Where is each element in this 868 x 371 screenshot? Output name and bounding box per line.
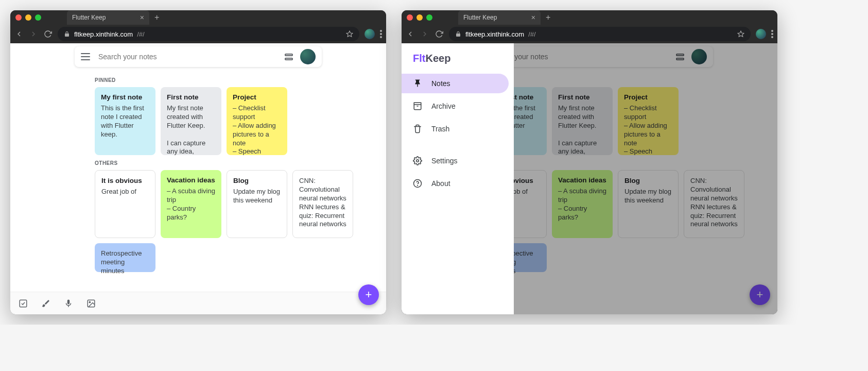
svg-point-2 <box>380 33 382 35</box>
search-bar <box>75 46 322 67</box>
drawer-item-notes[interactable]: Notes <box>402 74 509 93</box>
note-card[interactable]: First noteMy first note created with Flu… <box>161 87 221 155</box>
drawer-item-settings[interactable]: Settings <box>402 151 509 171</box>
note-card[interactable]: It is obviousGreat job of <box>95 170 155 238</box>
bookmark-icon[interactable] <box>346 30 353 38</box>
back-button[interactable] <box>406 29 415 39</box>
drawer-items: NotesArchiveTrash <box>402 74 514 142</box>
url-domain: fltkeep.xinthink.com <box>465 30 524 38</box>
note-title: Blog <box>233 177 281 184</box>
archive-icon <box>413 102 422 111</box>
address-bar: fltkeep.xinthink.com/#/ <box>402 25 777 43</box>
drawer-item-archive[interactable]: Archive <box>402 96 509 116</box>
browser-tab[interactable]: Flutter Keep × <box>67 10 149 25</box>
close-window-button[interactable] <box>15 14 22 21</box>
note-title: First note <box>167 93 215 101</box>
tab-title: Flutter Keep <box>463 14 497 21</box>
others-grid: It is obviousGreat job ofVacation ideas–… <box>95 170 386 272</box>
browser-menu-icon[interactable] <box>380 30 382 38</box>
maximize-window-button[interactable] <box>426 14 432 21</box>
svg-rect-4 <box>20 300 27 307</box>
drawer-item-label: About <box>431 179 450 188</box>
browser-tab[interactable]: Flutter Keep × <box>458 10 541 25</box>
note-card[interactable]: My first noteThis is the first note I cr… <box>95 87 155 155</box>
notes-area: PINNED My first noteThis is the first no… <box>10 67 386 272</box>
window-controls <box>407 14 432 21</box>
note-body: CNN: Convolutional neural networks RNN l… <box>299 177 346 238</box>
settings-icon <box>413 156 422 165</box>
logo-keep: Keep <box>425 53 450 64</box>
svg-point-6 <box>89 301 90 302</box>
svg-marker-0 <box>346 31 353 37</box>
note-card[interactable]: CNN: Convolutional neural networks RNN l… <box>292 170 353 238</box>
note-body: Great job of <box>101 188 149 196</box>
profile-avatar[interactable] <box>300 49 316 64</box>
url-path: /#/ <box>137 30 144 38</box>
note-card[interactable]: BlogUpdate my blog this weekend <box>227 170 287 238</box>
minimize-window-button[interactable] <box>416 14 423 21</box>
browser-menu-icon[interactable] <box>771 30 773 38</box>
note-body: My first note created with Flutter Keep.… <box>167 104 215 155</box>
close-tab-icon[interactable]: × <box>531 13 535 22</box>
svg-point-11 <box>416 160 419 162</box>
profile-avatar-small[interactable] <box>364 29 375 39</box>
window-right: Flutter Keep × + fltkeep.xinthink.com/#/ <box>402 10 777 314</box>
app-content: PINNED My first noteThis is the first no… <box>10 43 386 314</box>
note-title: It is obvious <box>101 177 149 184</box>
note-body: Retrospective meeting minutes <box>101 249 149 276</box>
app-content: PINNED My first noteThis is the first no… <box>402 43 777 314</box>
mic-icon[interactable] <box>64 299 73 308</box>
checkbox-icon[interactable] <box>19 299 28 308</box>
new-tab-button[interactable]: + <box>546 13 550 22</box>
svg-point-10 <box>771 36 773 38</box>
drawer-item-label: Trash <box>431 125 449 133</box>
forward-button[interactable] <box>420 29 429 39</box>
note-card[interactable]: Retrospective meeting minutes <box>95 243 155 272</box>
search-input[interactable] <box>97 52 277 61</box>
app-logo: FltKeep <box>402 53 514 74</box>
address-bar: fltkeep.xinthink.com/#/ <box>10 25 386 43</box>
tab-title: Flutter Keep <box>72 14 106 21</box>
close-window-button[interactable] <box>407 14 413 21</box>
brush-icon[interactable] <box>41 299 50 308</box>
url-field[interactable]: fltkeep.xinthink.com/#/ <box>58 27 359 41</box>
image-icon[interactable] <box>86 299 96 308</box>
drawer-item-about[interactable]: About <box>402 174 509 193</box>
drawer-item-label: Notes <box>431 79 450 88</box>
nav-drawer: FltKeep NotesArchiveTrash SettingsAbout <box>402 43 514 314</box>
drawer-item-trash[interactable]: Trash <box>402 119 509 139</box>
about-icon <box>413 179 422 188</box>
titlebar: Flutter Keep × + <box>402 10 777 25</box>
lock-icon <box>64 31 70 37</box>
note-body: – Checklist support – Allow adding pictu… <box>233 104 281 155</box>
reload-button[interactable] <box>43 29 53 39</box>
profile-avatar-small[interactable] <box>756 29 766 39</box>
note-card[interactable]: Vacation ideas– A scuba diving trip – Co… <box>161 170 221 238</box>
maximize-window-button[interactable] <box>35 14 41 21</box>
close-tab-icon[interactable]: × <box>140 13 144 22</box>
trash-icon <box>413 124 422 133</box>
view-toggle-icon[interactable] <box>285 54 293 60</box>
window-left: Flutter Keep × + fltkeep.xinthink.com/#/ <box>10 10 386 314</box>
menu-icon[interactable] <box>81 53 90 60</box>
forward-button[interactable] <box>29 29 38 39</box>
minimize-window-button[interactable] <box>25 14 31 21</box>
svg-point-8 <box>771 30 773 32</box>
note-title: Project <box>233 93 281 101</box>
url-domain: fltkeep.xinthink.com <box>74 30 133 38</box>
pinned-grid: My first noteThis is the first note I cr… <box>95 87 386 155</box>
svg-point-1 <box>380 30 382 32</box>
section-pinned-label: PINNED <box>95 77 386 83</box>
reload-button[interactable] <box>435 29 444 39</box>
note-card[interactable]: Project– Checklist support – Allow addin… <box>227 87 287 155</box>
bookmark-icon[interactable] <box>737 30 744 38</box>
url-field[interactable]: fltkeep.xinthink.com/#/ <box>449 27 751 41</box>
section-others-label: OTHERS <box>95 160 386 166</box>
drawer-item-label: Settings <box>431 157 458 165</box>
new-tab-button[interactable]: + <box>154 13 159 22</box>
note-body: Update my blog this weekend <box>233 188 281 205</box>
back-button[interactable] <box>14 29 24 39</box>
note-title: Vacation ideas <box>167 176 215 184</box>
note-body: This is the first note I created with Fl… <box>101 104 149 139</box>
add-note-fab[interactable]: + <box>358 284 379 305</box>
